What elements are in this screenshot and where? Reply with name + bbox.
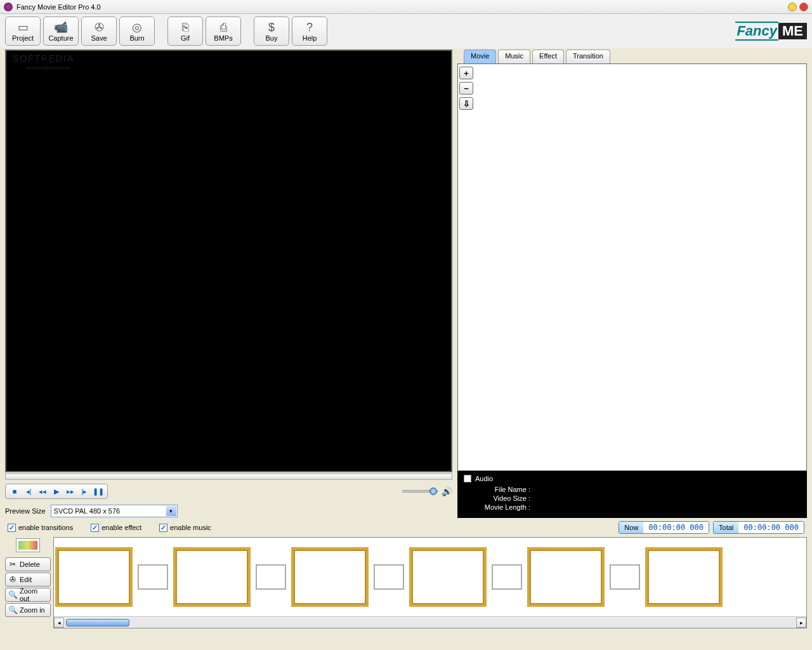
zoom-in-icon: 🔍 [8, 606, 17, 614]
audio-checkbox[interactable] [464, 475, 471, 482]
forward-button[interactable]: ▸▸ [64, 486, 77, 497]
asset-panel: + − ⇩ [457, 63, 807, 471]
add-asset-button[interactable]: + [459, 67, 473, 79]
transition-slot[interactable] [374, 564, 404, 590]
volume-slider[interactable] [402, 490, 438, 493]
clip-slot[interactable] [409, 547, 487, 607]
playback-controls: ■ ◂| ◂◂ ▶ ▸▸ |▸ ❚❚ [5, 484, 108, 499]
transition-slot[interactable] [610, 564, 640, 590]
zoom-out-button[interactable]: 🔍Zoom out [5, 588, 51, 602]
close-button[interactable] [799, 3, 808, 11]
now-time-badge: Now 00:00:00 000 [619, 521, 709, 534]
gif-icon: ⎘ [182, 20, 189, 34]
options-row: ✓enable transitions ✓enable effect ✓enab… [0, 518, 812, 537]
insert-asset-button[interactable]: ⇩ [459, 97, 473, 110]
disc-icon: ◎ [132, 20, 142, 34]
dollar-icon: $ [268, 20, 275, 34]
enable-transitions-checkbox[interactable]: ✓enable transitions [8, 524, 73, 532]
play-button[interactable]: ▶ [50, 486, 63, 497]
movie-length-label: Movie Length : [470, 503, 530, 512]
rewind-button[interactable]: ◂◂ [36, 486, 49, 497]
tab-music[interactable]: Music [498, 50, 530, 63]
timeline-side-tools: ✂Delete ✇Edit 🔍Zoom out 🔍Zoom in [5, 537, 51, 628]
remove-asset-button[interactable]: − [459, 82, 473, 95]
clip-info: Audio File Name : Video Size : Movie Len… [457, 471, 807, 518]
scissors-icon: ✂ [8, 560, 17, 569]
total-time-badge: Total 00:00:00 000 [713, 521, 804, 534]
burn-button[interactable]: ◎Burn [119, 17, 155, 46]
zoom-out-icon: 🔍 [8, 590, 17, 599]
main-toolbar: ▭Project 📹Capture ✇Save ◎Burn ⎘Gif ⎙BMPs… [0, 14, 812, 48]
clip-slot[interactable] [173, 547, 251, 607]
window-title: Fancy Movie Editor Pro 4.0 [16, 3, 785, 11]
video-size-label: Video Size : [470, 494, 530, 503]
capture-button[interactable]: 📹Capture [43, 17, 79, 46]
scroll-right-button[interactable]: ▸ [796, 618, 806, 628]
clip-slot[interactable] [291, 547, 369, 607]
save-button[interactable]: ✇Save [81, 17, 117, 46]
preview-size-select[interactable]: SVCD PAL 480 x 576 ▾ [51, 505, 178, 517]
timeline-scrollbar[interactable]: ◂ ▸ [54, 616, 806, 628]
enable-effect-checkbox[interactable]: ✓enable effect [91, 524, 141, 532]
minimize-button[interactable] [788, 3, 797, 11]
tab-movie[interactable]: Movie [464, 50, 496, 63]
now-time-value: 00:00:00 000 [643, 522, 709, 533]
timeline-strip[interactable] [54, 538, 806, 616]
transition-slot[interactable] [138, 564, 168, 590]
transition-slot[interactable] [492, 564, 522, 590]
app-icon [4, 3, 13, 11]
clip-slot[interactable] [527, 547, 605, 607]
watermark-text: SOFTPEDIA [13, 53, 74, 63]
scroll-left-button[interactable]: ◂ [54, 618, 64, 628]
prev-frame-button[interactable]: ◂| [22, 486, 35, 497]
audio-label: Audio [475, 475, 493, 482]
tab-transition[interactable]: Transition [566, 50, 610, 63]
speaker-icon[interactable]: 🔊 [442, 486, 452, 496]
camera-icon: 📹 [54, 20, 68, 34]
file-name-label: File Name : [470, 485, 530, 494]
buy-button[interactable]: $Buy [254, 17, 289, 46]
preview-size-label: Preview Size [5, 507, 46, 515]
tab-effect[interactable]: Effect [532, 50, 564, 63]
brand-logo: Fancy ME [735, 22, 807, 41]
clip-slot[interactable] [645, 547, 723, 607]
project-button[interactable]: ▭Project [5, 17, 41, 46]
bmps-button[interactable]: ⎙BMPs [206, 17, 241, 46]
timeline-preview-icon [16, 538, 40, 552]
chevron-down-icon: ▾ [166, 506, 176, 516]
scrollbar-thumb[interactable] [66, 619, 129, 627]
total-time-value: 00:00:00 000 [738, 522, 804, 533]
reel-icon: ✇ [8, 575, 17, 584]
document-icon: ▭ [18, 20, 29, 34]
video-preview[interactable]: SOFTPEDIA www.softpedia.com [5, 50, 452, 472]
pause-button[interactable]: ❚❚ [92, 486, 105, 497]
preview-scrollbar[interactable] [5, 474, 452, 480]
edit-clip-button[interactable]: ✇Edit [5, 573, 51, 587]
help-button[interactable]: ?Help [292, 17, 327, 46]
asset-tabs: Movie Music Effect Transition [464, 50, 807, 63]
question-icon: ? [306, 20, 313, 34]
title-bar: Fancy Movie Editor Pro 4.0 [0, 0, 812, 14]
delete-clip-button[interactable]: ✂Delete [5, 557, 51, 571]
gif-button[interactable]: ⎘Gif [167, 17, 203, 46]
asset-list[interactable] [476, 64, 806, 470]
stop-button[interactable]: ■ [8, 486, 21, 497]
next-frame-button[interactable]: |▸ [78, 486, 91, 497]
reel-icon: ✇ [95, 20, 104, 34]
bmp-icon: ⎙ [220, 20, 227, 34]
watermark-url: www.softpedia.com [27, 65, 70, 70]
timeline: ◂ ▸ [53, 537, 807, 628]
clip-slot[interactable] [55, 547, 133, 607]
transition-slot[interactable] [256, 564, 286, 590]
enable-music-checkbox[interactable]: ✓enable music [159, 524, 211, 532]
zoom-in-button[interactable]: 🔍Zoom in [5, 603, 51, 617]
